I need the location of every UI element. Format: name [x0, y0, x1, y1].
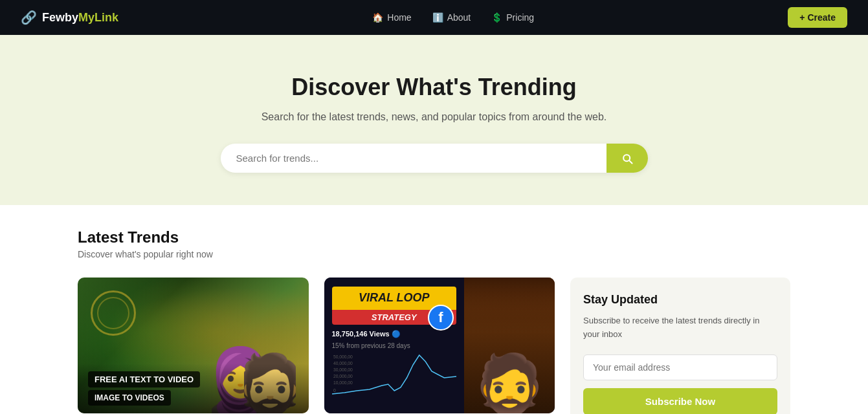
card2-views: 18,750,146 Views 🔵: [332, 330, 457, 338]
home-icon: 🏠: [372, 12, 383, 23]
card1-badge2: IMAGE TO VIDEOS: [88, 390, 171, 406]
section-subtitle: Discover what's popular right now: [78, 249, 790, 259]
stay-updated-sidebar: Stay Updated Subscribe to receive the la…: [570, 278, 790, 414]
create-button[interactable]: + Create: [788, 7, 847, 28]
logo-icon: 🔗: [21, 10, 37, 25]
svg-text:20,000,00: 20,000,00: [333, 374, 352, 378]
nav-about-label: About: [447, 12, 471, 23]
nav-logo[interactable]: 🔗 FewbyMyLink: [21, 10, 118, 25]
nav-link-pricing[interactable]: 💲 Pricing: [491, 12, 534, 23]
nav-link-about[interactable]: ℹ️ About: [432, 12, 471, 23]
card2-chart: 50,000,00 40,000,00 30,000,00 20,000,00 …: [332, 352, 457, 404]
svg-text:40,000,00: 40,000,00: [333, 361, 352, 365]
navbar: 🔗 FewbyMyLink 🏠 Home ℹ️ About 💲 Pricing …: [0, 0, 868, 35]
trend-card-2[interactable]: VIRAL LOOP STRATEGY 18,750,146 Views 🔵 1…: [324, 278, 555, 413]
trends-grid: 🧕 🧔 FREE AI TEXT TO VIDEO IMAGE TO VIDEO…: [78, 278, 790, 414]
hero-subtitle: Search for the latest trends, news, and …: [13, 111, 855, 123]
nav-links: 🏠 Home ℹ️ About 💲 Pricing: [372, 12, 534, 23]
subscribe-button[interactable]: Subscribe Now: [583, 388, 777, 414]
card2-left-panel: VIRAL LOOP STRATEGY 18,750,146 Views 🔵 1…: [324, 278, 465, 413]
search-bar: [221, 144, 648, 173]
search-icon: [621, 152, 634, 165]
stay-updated-title: Stay Updated: [583, 293, 777, 307]
svg-text:50,000,00: 50,000,00: [333, 354, 352, 359]
hero-section: Discover What's Trending Search for the …: [0, 35, 868, 205]
svg-text:10,000,00: 10,000,00: [333, 380, 352, 385]
about-icon: ℹ️: [432, 12, 443, 23]
svg-text:0: 0: [333, 388, 335, 393]
search-input[interactable]: [221, 144, 606, 173]
card1-overlay: FREE AI TEXT TO VIDEO IMAGE TO VIDEOS: [78, 364, 309, 413]
pricing-icon: 💲: [491, 12, 502, 23]
card2-title: VIRAL LOOP: [340, 292, 449, 305]
trend-card-1[interactable]: 🧕 🧔 FREE AI TEXT TO VIDEO IMAGE TO VIDEO…: [78, 278, 309, 413]
nav-pricing-label: Pricing: [506, 12, 534, 23]
logo-text: FewbyMyLink: [42, 11, 118, 25]
card2-right-panel: 🧔: [464, 278, 555, 413]
nav-home-label: Home: [387, 12, 411, 23]
card2-stats: 15% from previous 28 days: [332, 342, 457, 349]
main-content: Latest Trends Discover what's popular ri…: [0, 205, 868, 414]
hero-title: Discover What's Trending: [13, 74, 855, 101]
section-title: Latest Trends: [78, 228, 790, 246]
facebook-icon: f: [428, 305, 454, 331]
search-button[interactable]: [606, 144, 648, 173]
email-input[interactable]: [583, 354, 777, 380]
card1-badge1: FREE AI TEXT TO VIDEO: [88, 371, 200, 387]
card2-person: 🧔: [464, 278, 555, 413]
nav-link-home[interactable]: 🏠 Home: [372, 12, 411, 23]
svg-text:30,000,00: 30,000,00: [333, 367, 352, 372]
stay-updated-description: Subscribe to receive the latest trends d…: [583, 314, 777, 342]
